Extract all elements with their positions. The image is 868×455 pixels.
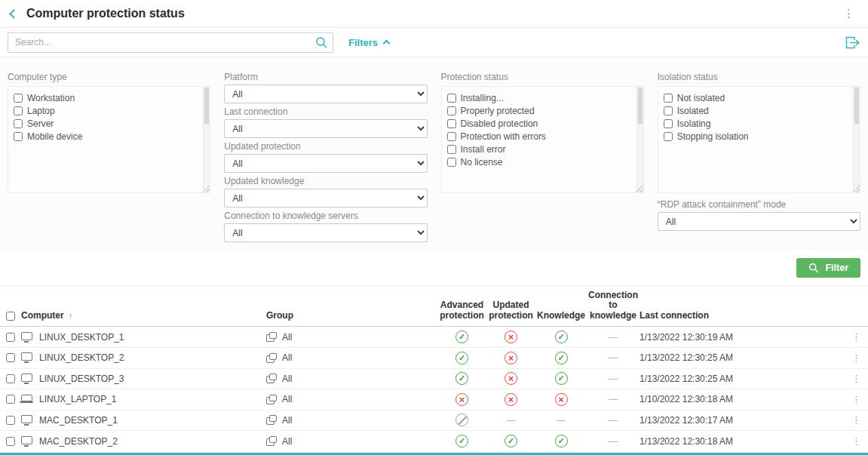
row-checkbox[interactable]	[6, 416, 15, 425]
scrollbar[interactable]	[203, 87, 210, 192]
column-updated-protection[interactable]: Updated protection	[486, 300, 535, 321]
advanced-protection-status-icon	[455, 413, 468, 426]
updated-knowledge-select[interactable]: All	[224, 189, 427, 208]
group-name: All	[282, 415, 292, 426]
row-checkbox[interactable]	[6, 333, 15, 342]
row-menu-icon[interactable]: ⋮	[845, 352, 868, 364]
filter-option-protection-with-errors[interactable]: Protection with errors	[447, 130, 631, 143]
group-icon	[266, 415, 277, 425]
protection-with-errors-checkbox[interactable]	[447, 132, 456, 141]
column-last-connection[interactable]: Last connection	[639, 311, 845, 321]
computer-name[interactable]: LINUX_DESKTOP_1	[39, 332, 124, 343]
workstation-checkbox[interactable]	[14, 94, 23, 103]
table-row: LINUX_LAPTOP_1 All 1/10/2022 12:30:18 AM…	[0, 389, 868, 410]
isolated-checkbox[interactable]	[664, 106, 673, 115]
scrollbar[interactable]	[853, 87, 860, 192]
computer-name[interactable]: MAC_DESKTOP_1	[39, 415, 118, 426]
computer-name[interactable]: LINUX_LAPTOP_1	[39, 394, 117, 404]
desktop-icon	[21, 415, 32, 423]
filter-option-laptop[interactable]: Laptop	[14, 104, 198, 117]
scrollbar-thumb[interactable]	[854, 88, 859, 124]
installing-checkbox[interactable]	[447, 94, 456, 103]
checkbox-label: Disabled protection	[461, 118, 538, 129]
updated-protection-status-icon	[505, 435, 517, 447]
filter-option-workstation[interactable]: Workstation	[14, 91, 198, 104]
search-icon[interactable]	[315, 36, 328, 52]
filter-option-stopping-isolation[interactable]: Stopping isolation	[664, 130, 848, 143]
scrollbar-thumb[interactable]	[204, 88, 209, 124]
connection-knowledge-servers-label: Connection to knowledge servers	[224, 211, 427, 220]
desktop-icon	[21, 352, 32, 361]
column-computer[interactable]: Computer↑	[21, 311, 266, 321]
platform-select[interactable]: All	[224, 85, 427, 103]
row-checkbox[interactable]	[6, 374, 15, 383]
computer-type-box: Workstation Laptop Server Mobile device	[8, 86, 210, 193]
row-menu-icon[interactable]: ⋮	[845, 414, 868, 426]
advanced-protection-status-icon	[455, 372, 468, 385]
filter-option-isolating[interactable]: Isolating	[664, 117, 848, 130]
platform-label: Platform	[224, 72, 427, 81]
filter-option-properly-protected[interactable]: Properly protected	[447, 104, 631, 117]
filter-option-isolated[interactable]: Isolated	[664, 104, 848, 117]
filter-option-mobile-device[interactable]: Mobile device	[14, 130, 198, 143]
mobile-device-checkbox[interactable]	[14, 132, 23, 141]
filter-option-install-error[interactable]: Install error	[447, 143, 631, 155]
scrollbar-thumb[interactable]	[638, 88, 643, 124]
checkbox-label: Mobile device	[27, 131, 82, 142]
last-connection-value: 1/13/2022 12:30:19 AM	[639, 332, 845, 343]
row-checkbox[interactable]	[6, 395, 15, 404]
isolating-checkbox[interactable]	[664, 119, 673, 128]
updated-protection-filter: Updated protection All	[224, 142, 427, 173]
filter-option-no-license[interactable]: No license	[447, 155, 631, 168]
filter-option-installing[interactable]: Installing...	[447, 91, 631, 104]
checkbox-label: Properly protected	[461, 106, 535, 116]
row-checkbox[interactable]	[6, 353, 15, 362]
disabled-protection-checkbox[interactable]	[447, 119, 456, 128]
column-knowledge[interactable]: Knowledge	[535, 311, 587, 321]
filter-option-not-isolated[interactable]: Not isolated	[664, 91, 848, 104]
checkbox-label: Install error	[461, 144, 506, 155]
filter-actions-row: Filter	[0, 251, 868, 286]
laptop-checkbox[interactable]	[14, 106, 23, 115]
search-input[interactable]	[8, 32, 333, 53]
stopping-isolation-checkbox[interactable]	[664, 132, 673, 141]
updated-protection-select[interactable]: All	[224, 154, 427, 173]
row-checkbox[interactable]	[6, 437, 15, 446]
install-error-checkbox[interactable]	[447, 145, 456, 154]
row-menu-icon[interactable]: ⋮	[845, 435, 868, 447]
advanced-protection-status-icon	[455, 393, 468, 406]
header-menu-icon[interactable]: ⋮	[840, 7, 857, 20]
column-group[interactable]: Group	[266, 311, 437, 321]
scrollbar[interactable]	[636, 87, 643, 192]
row-menu-icon[interactable]: ⋮	[845, 394, 868, 405]
computer-type-filter: Computer type Workstation Laptop Server …	[8, 72, 210, 246]
advanced-protection-status-icon	[455, 330, 468, 343]
row-menu-icon[interactable]: ⋮	[845, 331, 868, 343]
computer-name[interactable]: LINUX_DESKTOP_2	[39, 352, 124, 363]
desktop-icon	[21, 374, 32, 382]
server-checkbox[interactable]	[14, 119, 23, 128]
no-license-checkbox[interactable]	[447, 158, 456, 167]
properly-protected-checkbox[interactable]	[447, 106, 456, 115]
group-name: All	[282, 394, 292, 404]
computer-name[interactable]: MAC_DESKTOP_2	[39, 436, 118, 447]
computer-name[interactable]: LINUX_DESKTOP_3	[39, 374, 124, 384]
filter-option-server[interactable]: Server	[14, 117, 198, 130]
last-connection-select[interactable]: All	[224, 119, 427, 138]
filter-button[interactable]: Filter	[796, 258, 860, 278]
export-icon[interactable]	[845, 35, 860, 50]
column-connection-to-knowledge[interactable]: Connection to knowledge	[587, 291, 639, 321]
back-icon[interactable]	[9, 9, 19, 19]
filter-option-disabled-protection[interactable]: Disabled protection	[447, 117, 631, 130]
column-advanced-protection[interactable]: Advanced protection	[437, 300, 486, 321]
checkbox-label: Protection with errors	[461, 131, 546, 142]
row-menu-icon[interactable]: ⋮	[845, 373, 868, 384]
rdp-mode-select[interactable]: All	[658, 212, 860, 231]
knowledge-status-icon	[555, 393, 568, 406]
not-isolated-checkbox[interactable]	[664, 94, 673, 103]
connection-knowledge-servers-select[interactable]: All	[224, 223, 427, 242]
select-all-checkbox[interactable]	[6, 312, 15, 321]
filters-toggle[interactable]: Filters	[348, 37, 389, 48]
checkbox-label: No license	[461, 157, 503, 168]
sort-ascending-icon[interactable]: ↑	[69, 311, 73, 320]
